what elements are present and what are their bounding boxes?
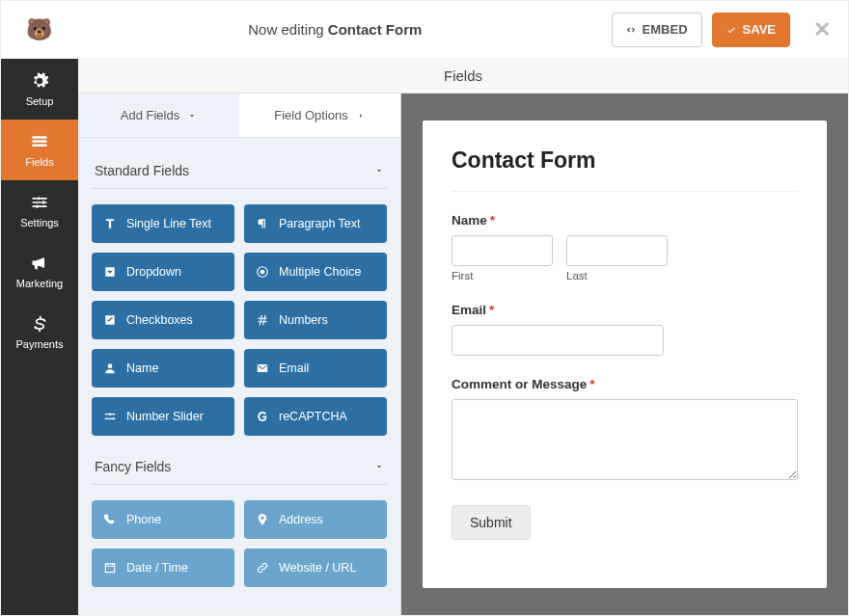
tile-email[interactable]: Email [244,349,387,388]
tile-recaptcha[interactable]: reCAPTCHA [244,397,387,436]
tile-single-line-text[interactable]: Single Line Text [92,204,234,243]
editing-form-name: Contact Form [328,21,423,38]
paragraph-icon [256,217,269,230]
tab-add-fields[interactable]: Add Fields [78,94,239,137]
tile-label: Single Line Text [126,217,211,230]
nav-setup[interactable]: Setup [1,59,78,120]
bear-icon: 🐻 [26,19,52,40]
text-icon [103,217,117,230]
checkbox-icon [103,313,117,327]
main: Fields Add Fields Field Options [78,59,848,615]
nav-marketing[interactable]: Marketing [1,241,78,302]
nav-label: Setup [26,95,54,107]
tile-label: Multiple Choice [279,265,361,279]
sublabel-first: First [452,270,553,281]
sublabel-last: Last [566,270,668,281]
editing-prefix: Now editing [248,21,328,38]
list-icon [30,132,49,151]
calendar-icon [103,561,117,575]
chevron-right-icon [356,111,366,121]
input-last-name[interactable] [566,235,668,266]
svg-point-4 [260,270,265,275]
app-root: 🐻 Now editing Contact Form EMBED SAVE ✕ … [0,0,849,616]
tile-date-time[interactable]: Date / Time [92,549,234,587]
nav-payments[interactable]: Payments [1,302,78,362]
tile-name[interactable]: Name [92,349,234,388]
tile-label: reCAPTCHA [279,410,347,423]
link-icon [256,561,269,575]
input-comment[interactable] [452,399,798,480]
form-preview[interactable]: Contact Form Name* First [423,121,827,588]
svg-point-5 [108,363,113,368]
tile-label: Email [279,362,309,375]
panel-scroll[interactable]: Standard Fields Single Line Text Paragra… [78,138,400,615]
label-name: Name* [452,213,798,228]
topbar: 🐻 Now editing Contact Form EMBED SAVE ✕ [1,1,848,59]
tab-label: Add Fields [121,108,179,122]
save-label: SAVE [743,22,776,37]
close-button[interactable]: ✕ [813,17,831,42]
slider-icon [103,410,117,423]
tile-label: Number Slider [126,410,204,423]
check-icon [726,25,736,35]
embed-button[interactable]: EMBED [612,13,702,47]
input-first-name[interactable] [452,235,553,266]
tile-label: Checkboxes [126,313,193,327]
field-name[interactable]: Name* First Last [452,213,798,281]
tile-label: Numbers [279,313,328,327]
tile-paragraph-text[interactable]: Paragraph Text [244,204,387,243]
chevron-down-icon [374,166,384,175]
nav-fields[interactable]: Fields [1,120,78,180]
svg-point-1 [42,201,45,203]
nav-label: Payments [16,338,64,350]
label-email: Email* [452,303,798,317]
required-mark: * [489,303,494,317]
svg-point-0 [38,197,41,200]
tile-numbers[interactable]: Numbers [244,301,387,339]
dollar-icon [30,314,49,334]
caret-square-icon [103,265,117,279]
phone-icon [103,513,117,526]
tab-field-options[interactable]: Field Options [239,94,400,137]
group-title: Fancy Fields [95,459,171,474]
logo: 🐻 [18,10,59,50]
hash-icon [256,313,269,327]
tile-label: Address [279,513,323,526]
panel-header: Fields [78,59,848,94]
body: Setup Fields Settings Marketing Payments… [1,59,848,615]
svg-point-7 [112,417,114,419]
tile-dropdown[interactable]: Dropdown [92,253,234,291]
tile-website-url[interactable]: Website / URL [244,549,387,587]
tile-label: Name [126,362,158,375]
editing-title: Now editing Contact Form [59,21,612,38]
left-panel: Add Fields Field Options Standard Fields [78,94,401,615]
tile-number-slider[interactable]: Number Slider [92,397,234,436]
tile-label: Website / URL [279,561,356,575]
split: Add Fields Field Options Standard Fields [78,94,848,615]
sliders-icon [30,193,49,212]
field-comment[interactable]: Comment or Message* [452,377,798,484]
nav-label: Settings [20,217,59,228]
field-email[interactable]: Email* [452,303,798,356]
tab-label: Field Options [274,108,348,122]
save-button[interactable]: SAVE [712,13,790,47]
panel-tabs: Add Fields Field Options [78,94,400,138]
google-icon [256,410,269,423]
form-title: Contact Form [452,147,798,174]
tile-address[interactable]: Address [244,500,387,539]
group-standard-fields[interactable]: Standard Fields [92,151,387,189]
required-mark: * [490,213,495,228]
submit-button[interactable]: Submit [452,505,531,540]
tile-label: Dropdown [126,265,181,279]
nav-settings[interactable]: Settings [1,180,78,241]
tile-checkboxes[interactable]: Checkboxes [92,301,234,339]
tile-phone[interactable]: Phone [92,500,234,539]
bullhorn-icon [30,254,49,273]
preview-area: Contact Form Name* First [401,94,848,615]
group-fancy-fields[interactable]: Fancy Fields [92,447,387,485]
required-mark: * [589,377,594,391]
chevron-down-icon [374,462,384,471]
tile-multiple-choice[interactable]: Multiple Choice [244,253,387,291]
embed-label: EMBED [643,22,688,37]
input-email[interactable] [452,325,664,356]
